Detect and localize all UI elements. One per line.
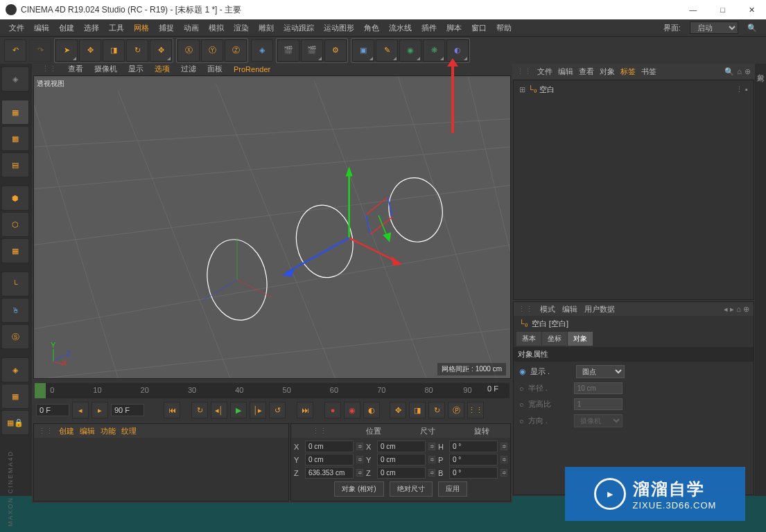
key-scale[interactable]: ◨ xyxy=(409,402,426,418)
loop-button[interactable]: ↻ xyxy=(191,402,208,418)
select-tool[interactable]: ➤ xyxy=(55,39,78,62)
coord-mode-button[interactable]: 对象 (相对) xyxy=(334,481,383,497)
key-pos[interactable]: ✥ xyxy=(390,402,406,418)
menu-script[interactable]: 脚本 xyxy=(442,23,467,33)
mat-texture[interactable]: 纹理 xyxy=(121,426,137,436)
om-home-icon[interactable]: ⌂ xyxy=(737,67,742,76)
coord-system[interactable]: ◈ xyxy=(251,39,273,62)
om-objects[interactable]: 对象 xyxy=(600,66,615,77)
om-expand-icon[interactable]: ⊕ xyxy=(745,67,751,76)
menu-mesh[interactable]: 网格 xyxy=(129,23,154,33)
attr-userdata[interactable]: 用户数据 xyxy=(584,304,615,314)
step-back[interactable]: ◂│ xyxy=(211,402,227,418)
om-view[interactable]: 查看 xyxy=(579,66,594,77)
menu-sculpt[interactable]: 雕刻 xyxy=(254,23,279,33)
right-vertical-tabs[interactable]: 对象 xyxy=(755,64,766,496)
pos-x-input[interactable] xyxy=(305,441,354,452)
workplane-planar[interactable]: ▦ xyxy=(1,384,29,409)
pos-z-input[interactable] xyxy=(305,467,354,479)
z-axis-lock[interactable]: Ⓩ xyxy=(225,39,247,62)
menu-simulation[interactable]: 模拟 xyxy=(204,23,229,33)
loop-end[interactable]: ↺ xyxy=(269,402,286,418)
search-icon[interactable]: 🔍 xyxy=(742,24,762,33)
menu-select[interactable]: 选择 xyxy=(79,23,104,33)
apply-button[interactable]: 应用 xyxy=(438,481,467,497)
rot-h-input[interactable] xyxy=(449,441,498,452)
rot-p-input[interactable] xyxy=(449,454,498,466)
key-param[interactable]: Ⓟ xyxy=(448,402,464,418)
texture-mode[interactable]: ▩ xyxy=(1,126,29,151)
radius-input[interactable] xyxy=(574,382,623,394)
workplane-locked[interactable]: ▦🔒 xyxy=(1,410,29,435)
menu-file[interactable]: 文件 xyxy=(4,23,29,33)
key-pla[interactable]: ⋮⋮ xyxy=(467,402,484,418)
axis-mode[interactable]: └ xyxy=(1,272,29,296)
display-select[interactable]: 圆点 xyxy=(576,365,625,378)
record-button[interactable]: ● xyxy=(324,402,341,418)
om-file[interactable]: 文件 xyxy=(537,66,552,77)
mograph-object[interactable]: ❋ xyxy=(423,39,445,62)
tweak-mode[interactable]: 🖱 xyxy=(1,298,29,323)
timeline-start-field[interactable] xyxy=(36,404,69,416)
vp-filter[interactable]: 过滤 xyxy=(177,64,200,74)
size-z-input[interactable] xyxy=(377,467,426,479)
menu-animation[interactable]: 动画 xyxy=(179,23,204,33)
om-bookmarks[interactable]: 书签 xyxy=(641,66,656,77)
direction-select[interactable]: 摄像机 xyxy=(574,414,623,427)
mat-create[interactable]: 创建 xyxy=(59,426,74,436)
nurbs-generator[interactable]: ◉ xyxy=(399,39,421,62)
edges-mode[interactable]: ⬡ xyxy=(1,212,29,237)
timeline-ruler[interactable]: 0 10 20 30 40 50 60 70 80 90 0 F xyxy=(35,383,510,398)
play-button[interactable]: ▶ xyxy=(230,402,247,418)
rot-b-input[interactable] xyxy=(449,467,498,479)
tab-basic[interactable]: 基本 xyxy=(516,332,541,346)
menu-motion-tracking[interactable]: 运动跟踪 xyxy=(279,23,319,33)
viewport-perspective[interactable]: 透视视图 xyxy=(33,76,511,379)
spline-pen[interactable]: ✎ xyxy=(376,39,398,62)
menu-tools[interactable]: 工具 xyxy=(104,23,129,33)
menu-plugins[interactable]: 插件 xyxy=(417,23,442,33)
polygons-mode[interactable]: ▦ xyxy=(1,238,29,263)
timeline-start-handle[interactable] xyxy=(35,383,46,398)
vp-display[interactable]: 显示 xyxy=(124,64,148,74)
vp-camera[interactable]: 摄像机 xyxy=(90,64,121,74)
keyframe-sel[interactable]: ◐ xyxy=(363,402,380,418)
prev-key-icon[interactable]: ◂ xyxy=(72,402,89,418)
vp-view[interactable]: 查看 xyxy=(64,64,87,74)
y-axis-lock[interactable]: Ⓨ xyxy=(201,39,223,62)
scale-tool[interactable]: ◨ xyxy=(103,39,125,62)
menu-mograph[interactable]: 运动图形 xyxy=(319,23,359,33)
aspect-input[interactable] xyxy=(574,398,623,410)
tab-object[interactable]: 对象 xyxy=(568,332,593,346)
tab-coord[interactable]: 坐标 xyxy=(542,332,567,346)
om-edit[interactable]: 编辑 xyxy=(558,66,573,77)
model-mode[interactable]: ▦ xyxy=(1,100,29,125)
vp-options[interactable]: 选项 xyxy=(150,64,174,74)
minimize-button[interactable]: — xyxy=(684,4,702,16)
attr-mode[interactable]: 模式 xyxy=(540,304,555,314)
attr-edit[interactable]: 编辑 xyxy=(562,304,577,314)
render-settings[interactable]: ⚙ xyxy=(324,39,347,62)
next-key-icon[interactable]: ▸ xyxy=(92,402,108,418)
mat-edit[interactable]: 编辑 xyxy=(80,426,95,436)
object-name[interactable]: 空白 xyxy=(539,85,555,95)
redo-button[interactable]: ↷ xyxy=(29,39,51,62)
undo-button[interactable]: ↶ xyxy=(4,39,26,62)
goto-end[interactable]: ⏭ xyxy=(297,402,313,418)
timeline-end-field[interactable] xyxy=(111,404,144,416)
key-rot[interactable]: ↻ xyxy=(428,402,445,418)
size-x-input[interactable] xyxy=(377,441,426,452)
x-axis-lock[interactable]: Ⓧ xyxy=(177,39,200,62)
menu-window[interactable]: 窗口 xyxy=(467,23,491,33)
size-mode-button[interactable]: 绝对尺寸 xyxy=(390,481,433,497)
object-null-item[interactable]: ⊞ └₀ 空白 ⋮ ▪ xyxy=(516,83,751,96)
move-tool[interactable]: ✥ xyxy=(79,39,101,62)
size-y-input[interactable] xyxy=(377,454,426,466)
primitive-cube[interactable]: ▣ xyxy=(352,39,374,62)
workplane-lock[interactable]: ◈ xyxy=(1,357,29,382)
object-tree[interactable]: ⊞ └₀ 空白 ⋮ ▪ xyxy=(513,80,754,300)
mat-function[interactable]: 功能 xyxy=(101,426,116,436)
make-editable[interactable]: ◈ xyxy=(1,66,29,91)
menu-character[interactable]: 角色 xyxy=(359,23,384,33)
maximize-button[interactable]: □ xyxy=(715,4,731,16)
